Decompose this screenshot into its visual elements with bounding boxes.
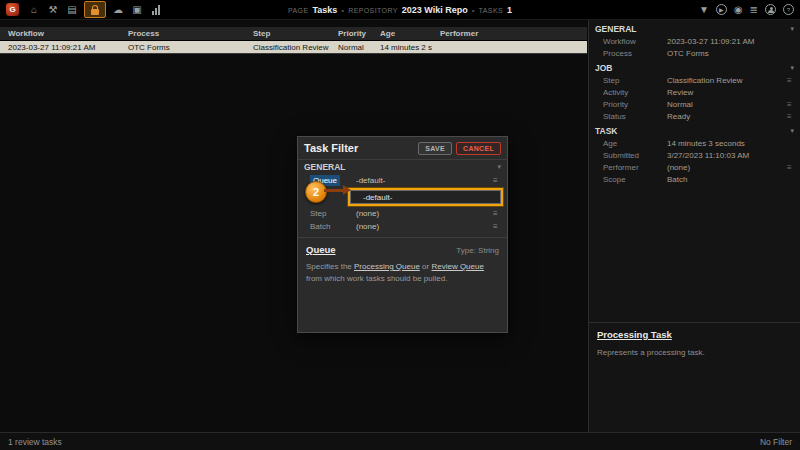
col-step[interactable]: Step xyxy=(245,29,330,38)
cell-workflow: 2023-03-27 11:09:21 AM xyxy=(0,43,120,52)
chevron-down-icon: ▾ xyxy=(790,127,794,135)
batch-field-value[interactable]: (none) xyxy=(356,222,493,231)
topbar-right-icons: ▼ ▶ ◉ ≣ ? xyxy=(699,4,794,15)
app-window: G ⌂ ⚒ ▤ ☁ ▣ PAGE Tasks • REPOSITORY 2023… xyxy=(0,0,800,450)
prop-label: Priority xyxy=(603,100,667,109)
queue-field-value[interactable]: -default- xyxy=(356,176,493,185)
section-title: TASK xyxy=(595,126,618,136)
save-button[interactable]: SAVE xyxy=(418,142,452,155)
help-icon[interactable]: ? xyxy=(783,4,794,15)
breadcrumb: PAGE Tasks • REPOSITORY 2023 Wiki Repo •… xyxy=(0,0,800,20)
table-row[interactable]: 2023-03-27 11:09:21 AM OTC Forms Classif… xyxy=(0,41,587,54)
chevron-down-icon: ▾ xyxy=(497,163,501,171)
prop-value: OTC Forms xyxy=(667,49,787,58)
annotation-arrow xyxy=(324,189,344,192)
review-queue-link[interactable]: Review Queue xyxy=(431,262,483,271)
cancel-button[interactable]: CANCEL xyxy=(456,142,501,155)
chevron-down-icon: ▾ xyxy=(790,64,794,72)
menu-icon[interactable]: ≡ xyxy=(787,112,800,121)
prop-label: Performer xyxy=(603,163,667,172)
top-bar: G ⌂ ⚒ ▤ ☁ ▣ PAGE Tasks • REPOSITORY 2023… xyxy=(0,0,800,20)
table-header: Workflow Process Step Priority Age Perfo… xyxy=(0,27,587,41)
prop-label: Scope xyxy=(603,175,667,184)
filter-icon[interactable]: ▼ xyxy=(699,5,709,15)
prop-label: Submitted xyxy=(603,151,667,160)
field-help-type: Type: String xyxy=(456,246,499,255)
field-help-header: Queue Type: String xyxy=(306,244,499,255)
property-row: Activity Review xyxy=(589,86,800,98)
layers-icon[interactable]: ≣ xyxy=(750,5,758,15)
menu-icon[interactable]: ≡ xyxy=(493,222,507,231)
panel-help: Processing Task Represents a processing … xyxy=(589,322,800,363)
col-process[interactable]: Process xyxy=(120,29,245,38)
step-field-value[interactable]: (none) xyxy=(356,209,493,218)
prop-value: 14 minutes 3 seconds xyxy=(667,139,787,148)
status-left: 1 review tasks xyxy=(8,437,62,447)
section-task[interactable]: TASK ▾ xyxy=(589,124,800,137)
separator-dot: • xyxy=(341,6,344,15)
prop-value: (none) xyxy=(667,163,787,172)
field-row-step: Step (none) ≡ xyxy=(298,207,507,220)
col-performer[interactable]: Performer xyxy=(432,29,587,38)
col-workflow[interactable]: Workflow xyxy=(0,29,120,38)
menu-icon[interactable]: ≡ xyxy=(787,163,800,172)
section-job[interactable]: JOB ▾ xyxy=(589,61,800,74)
field-row-queue: Queue -default- ≡ xyxy=(298,174,507,187)
separator-dot: • xyxy=(472,6,475,15)
status-filter[interactable]: No Filter xyxy=(760,437,792,447)
tasks-label: TASKS xyxy=(479,7,503,14)
help-title: Processing Task xyxy=(597,329,792,340)
repository-value[interactable]: 2023 Wiki Repo xyxy=(402,5,468,15)
field-row-batch: Batch (none) ≡ xyxy=(298,220,507,233)
page-value[interactable]: Tasks xyxy=(313,5,338,15)
property-row: Workflow 2023-03-27 11:09:21 AM xyxy=(589,35,800,47)
section-title: JOB xyxy=(595,63,612,73)
user-icon[interactable] xyxy=(765,4,776,15)
prop-value: 2023-03-27 11:09:21 AM xyxy=(667,37,787,46)
cell-priority: Normal xyxy=(330,43,372,52)
col-age[interactable]: Age xyxy=(372,29,432,38)
queue-dropdown-highlight: -default- xyxy=(348,188,503,206)
cell-age: 14 minutes 2 seconds xyxy=(372,43,432,52)
section-general[interactable]: GENERAL ▾ xyxy=(589,22,800,35)
col-priority[interactable]: Priority xyxy=(330,29,372,38)
properties-panel: GENERAL ▾ Workflow 2023-03-27 11:09:21 A… xyxy=(588,20,800,432)
prop-label: Step xyxy=(603,76,667,85)
dialog-title: Task Filter xyxy=(304,142,414,154)
prop-value: 3/27/2023 11:10:03 AM xyxy=(667,151,787,160)
record-icon[interactable]: ◉ xyxy=(734,5,743,15)
repository-label: REPOSITORY xyxy=(348,7,398,14)
prop-value: Normal xyxy=(667,100,787,109)
annotation-step-circle: 2 xyxy=(305,181,327,203)
task-filter-dialog: Task Filter SAVE CANCEL GENERAL ▾ Queue … xyxy=(297,136,508,333)
field-help-title: Queue xyxy=(306,244,336,255)
field-help: Queue Type: String Specifies the Process… xyxy=(298,237,507,293)
queue-dropdown-item[interactable]: -default- xyxy=(350,190,501,204)
help-text-part: or xyxy=(420,262,432,271)
property-row: Step Classification Review ≡ xyxy=(589,74,800,86)
dialog-section-general[interactable]: GENERAL ▾ xyxy=(298,160,507,174)
prop-value: Ready xyxy=(667,112,787,121)
menu-icon[interactable]: ≡ xyxy=(787,100,800,109)
prop-label: Workflow xyxy=(603,37,667,46)
prop-value: Batch xyxy=(667,175,787,184)
chevron-down-icon: ▾ xyxy=(790,25,794,33)
prop-label: Status xyxy=(603,112,667,121)
processing-queue-link[interactable]: Processing Queue xyxy=(354,262,420,271)
section-title: GENERAL xyxy=(595,24,637,34)
property-row: Process OTC Forms xyxy=(589,47,800,59)
tasks-count: 1 xyxy=(507,5,512,15)
property-row: Status Ready ≡ xyxy=(589,110,800,122)
cell-process: OTC Forms xyxy=(120,43,245,52)
menu-icon[interactable]: ≡ xyxy=(493,209,507,218)
prop-label: Age xyxy=(603,139,667,148)
dialog-header: Task Filter SAVE CANCEL xyxy=(298,137,507,160)
help-text-part: Specifies the xyxy=(306,262,354,271)
prop-value: Review xyxy=(667,88,787,97)
help-text: Represents a processing task. xyxy=(597,348,792,357)
menu-icon[interactable]: ≡ xyxy=(493,176,507,185)
menu-icon[interactable]: ≡ xyxy=(787,76,800,85)
play-icon[interactable]: ▶ xyxy=(716,4,727,15)
page-label: PAGE xyxy=(288,7,309,14)
prop-value: Classification Review xyxy=(667,76,787,85)
